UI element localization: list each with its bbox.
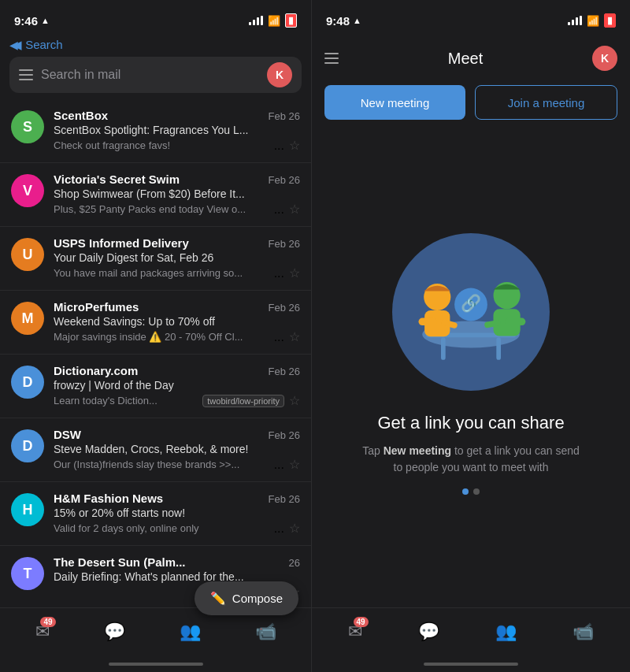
sender-avatar: S — [11, 110, 44, 143]
email-preview: Learn today's Diction... — [54, 395, 198, 407]
svg-text:🔗: 🔗 — [461, 293, 482, 314]
search-area: ◀ ◀ Search Search in mail K — [0, 35, 311, 99]
hamburger-line-3 — [19, 79, 33, 80]
email-header: Dictionary.com Feb 26 — [54, 364, 300, 377]
email-list: S ScentBox Feb 26 ScentBox Spotlight: Fr… — [0, 99, 311, 607]
sender-name: MicroPerfumes — [54, 300, 139, 314]
meet-illustration: 🔗 Get a link you can share Tap New meeti… — [312, 132, 630, 607]
back-link[interactable]: ◀ ◀ Search — [9, 38, 302, 52]
star-icon[interactable]: ☆ — [289, 329, 300, 344]
sender-avatar: D — [11, 366, 44, 399]
email-preview-row: Learn today's Diction... twobird/low-pri… — [54, 393, 300, 408]
left-status-icons: 📶 ▮ — [249, 13, 297, 28]
email-preview-row: Our (Insta)friends slay these brands >>.… — [54, 457, 300, 472]
wifi-icon: 📶 — [268, 15, 280, 27]
illustration-circle: 🔗 — [392, 233, 550, 391]
email-header: DSW Feb 26 — [54, 428, 300, 441]
star-icon[interactable]: ☆ — [289, 202, 300, 217]
user-avatar-right[interactable]: K — [592, 46, 617, 71]
right-time-text: 9:48 — [326, 14, 350, 28]
right-nav-icon-meet: 📹 — [573, 622, 594, 642]
svg-rect-10 — [505, 317, 526, 325]
email-preview-row: Check out fragrance favs! ... ☆ — [54, 138, 300, 153]
right-panel-title: Meet — [339, 50, 592, 68]
email-item[interactable]: M MicroPerfumes Feb 26 Weekend Savings: … — [0, 291, 311, 355]
meet-heading: Get a link you can share — [377, 413, 564, 433]
email-header: USPS Informed Delivery Feb 26 — [54, 236, 300, 250]
left-nav-item-chat[interactable]: 💬 — [104, 622, 125, 642]
hamburger-line-1 — [19, 69, 33, 71]
star-icon[interactable]: ☆ — [289, 393, 300, 408]
right-nav-item-spaces[interactable]: 👥 — [495, 622, 517, 642]
compose-button[interactable]: ✏️ Compose — [195, 581, 298, 615]
right-location-icon: ▲ — [353, 16, 361, 25]
sender-name: Victoria's Secret Swim — [54, 173, 180, 186]
right-hamburger-icon[interactable] — [324, 53, 339, 64]
email-date: Feb 26 — [269, 174, 300, 186]
r-signal-2 — [572, 20, 574, 25]
right-bottom-nav: ✉ 49 💬 👥 📹 — [312, 607, 630, 663]
star-icon[interactable]: ☆ — [289, 265, 300, 280]
search-bar[interactable]: Search in mail K — [9, 57, 302, 93]
left-bottom-nav: ✉ 49 💬 👥 📹 — [0, 607, 311, 663]
left-time: 9:46 ▲ — [14, 14, 50, 28]
email-item[interactable]: D Dictionary.com Feb 26 frowzy | Word of… — [0, 355, 311, 418]
email-item[interactable]: S ScentBox Feb 26 ScentBox Spotlight: Fr… — [0, 99, 311, 163]
email-item[interactable]: V Victoria's Secret Swim Feb 26 Shop Swi… — [0, 163, 311, 227]
email-tag: twobird/low-priority — [202, 395, 284, 407]
r-signal-3 — [576, 17, 578, 25]
right-nav-item-mail[interactable]: ✉ 49 — [348, 622, 362, 642]
sender-name: USPS Informed Delivery — [54, 236, 189, 250]
email-content: USPS Informed Delivery Feb 26 Your Daily… — [54, 236, 300, 280]
right-wifi-icon: 📶 — [587, 15, 599, 27]
sender-avatar: V — [11, 174, 44, 207]
email-content: H&M Fashion News Feb 26 15% or 20% off s… — [54, 492, 300, 536]
sender-avatar: U — [11, 238, 44, 271]
nav-badge-mail: 49 — [40, 617, 55, 627]
meet-subtext: Tap New meeting to get a link you can se… — [361, 443, 581, 476]
star-icon[interactable]: ☆ — [289, 138, 300, 153]
compose-pencil-icon: ✏️ — [210, 591, 226, 606]
email-subject: Your Daily Digest for Sat, Feb 26 — [54, 251, 300, 264]
sender-avatar: H — [11, 493, 44, 526]
new-meeting-button[interactable]: New meeting — [324, 85, 465, 120]
email-preview-row: Valid for 2 days only, online only ... ☆ — [54, 521, 300, 536]
nav-icon-chat: 💬 — [104, 622, 125, 642]
email-preview: Valid for 2 days only, online only — [54, 522, 269, 534]
signal-bar-2 — [253, 20, 255, 25]
sender-name: Dictionary.com — [54, 364, 138, 377]
email-header: Victoria's Secret Swim Feb 26 — [54, 173, 300, 186]
email-item[interactable]: H H&M Fashion News Feb 26 15% or 20% off… — [0, 482, 311, 546]
email-subject: 15% or 20% off starts now! — [54, 507, 300, 519]
right-status-icons: 📶 ▮ — [568, 13, 616, 28]
left-nav-item-meet[interactable]: 📹 — [255, 622, 276, 642]
right-nav-item-chat[interactable]: 💬 — [418, 622, 439, 642]
join-meeting-button[interactable]: Join a meeting — [475, 85, 617, 120]
back-label: ◀ Search — [13, 38, 63, 52]
email-header: The Desert Sun (Palm... 26 — [54, 555, 300, 569]
star-icon[interactable]: ☆ — [289, 521, 300, 536]
email-subject: Shop Swimwear (From $20) Before It... — [54, 187, 300, 200]
email-content: DSW Feb 26 Steve Madden, Crocs, Reebok, … — [54, 428, 300, 472]
hamburger-icon[interactable] — [19, 69, 33, 80]
email-header: H&M Fashion News Feb 26 — [54, 492, 300, 505]
email-date: Feb 26 — [269, 429, 300, 441]
sender-avatar: D — [11, 429, 44, 462]
compose-label: Compose — [232, 592, 283, 605]
new-meeting-label: New meeting — [361, 96, 430, 110]
r-hamburger-3 — [324, 62, 339, 64]
hamburger-line-2 — [19, 74, 33, 76]
user-avatar-left[interactable]: K — [267, 62, 292, 87]
right-time: 9:48 ▲ — [326, 14, 361, 28]
star-icon[interactable]: ☆ — [289, 457, 300, 472]
avatar-letter-left: K — [276, 69, 284, 81]
email-item[interactable]: D DSW Feb 26 Steve Madden, Crocs, Reebok… — [0, 418, 311, 482]
left-nav-item-mail[interactable]: ✉ 49 — [35, 622, 50, 642]
email-content: Victoria's Secret Swim Feb 26 Shop Swimw… — [54, 173, 300, 217]
meet-buttons-row: New meeting Join a meeting — [312, 79, 630, 132]
email-header: ScentBox Feb 26 — [54, 109, 300, 122]
signal-bars — [249, 16, 263, 25]
email-item[interactable]: U USPS Informed Delivery Feb 26 Your Dai… — [0, 227, 311, 291]
right-nav-item-meet[interactable]: 📹 — [573, 622, 594, 642]
left-nav-item-spaces[interactable]: 👥 — [180, 622, 201, 642]
